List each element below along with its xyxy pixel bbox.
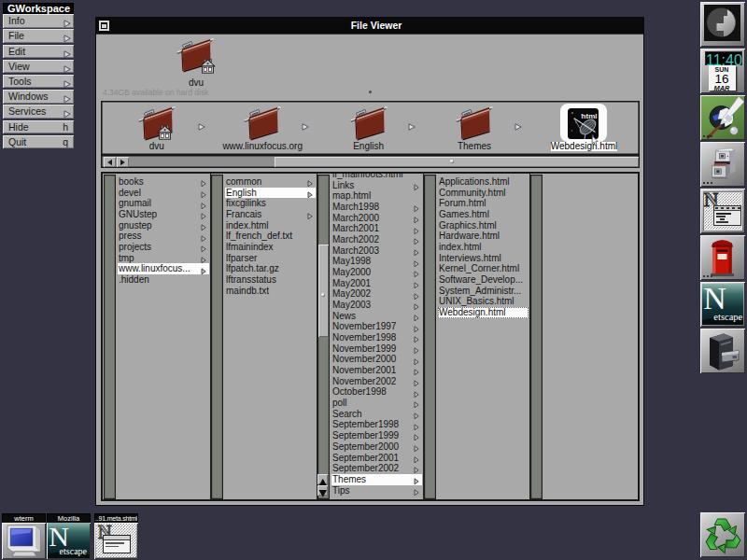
- svg-text:html: html: [581, 111, 597, 119]
